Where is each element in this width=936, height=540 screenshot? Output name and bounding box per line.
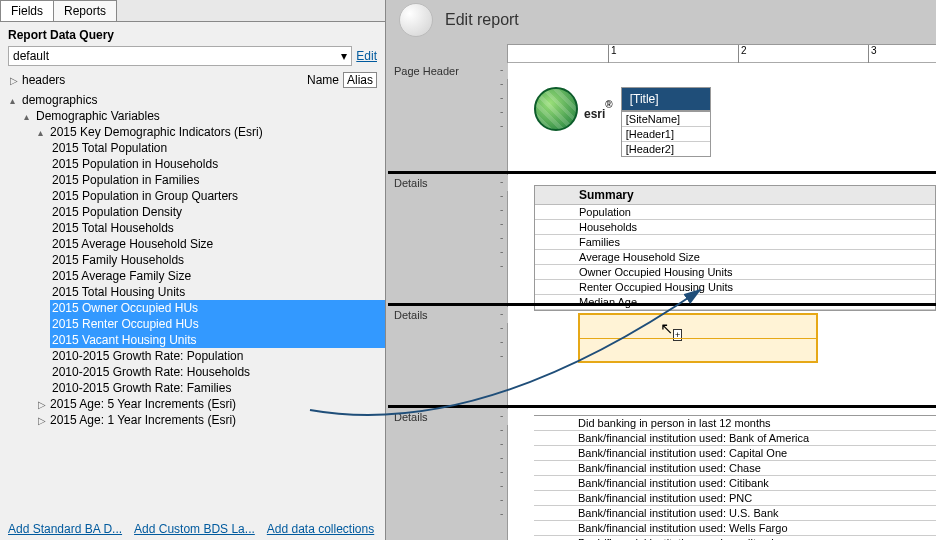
- report-title-field[interactable]: [Title]: [621, 87, 711, 111]
- add-data-collections-link[interactable]: Add data collections: [267, 522, 374, 536]
- vertical-ruler: -----: [500, 63, 508, 133]
- section-label-details: Details: [388, 307, 508, 323]
- footer-links: Add Standard BA D... Add Custom BDS La..…: [8, 522, 374, 536]
- query-label: Report Data Query: [0, 22, 385, 44]
- summary-row[interactable]: Average Household Size: [535, 250, 935, 265]
- field-drop-zone[interactable]: ↖+: [578, 313, 818, 363]
- summary-row[interactable]: Owner Occupied Housing Units: [535, 265, 935, 280]
- report-canvas[interactable]: 1 2 3 Page Header ----- esri® [Title] [S…: [507, 44, 936, 540]
- vertical-ruler: --------: [500, 409, 508, 521]
- indicator-list: 2015 Total Population 2015 Population in…: [36, 140, 385, 396]
- summary-row[interactable]: Renter Occupied Housing Units: [535, 280, 935, 295]
- bank-row[interactable]: Bank/financial institution used: Citiban…: [534, 476, 936, 491]
- tree-label: 2015 Age: 1 Year Increments (Esri): [50, 413, 236, 427]
- tree-leaf[interactable]: 2010-2015 Growth Rate: Population: [50, 348, 385, 364]
- report-canvas-panel: Edit report 1 2 3 Page Header ----- esri…: [387, 0, 936, 540]
- fields-panel: Fields Reports Report Data Query default…: [0, 0, 386, 540]
- summary-row[interactable]: Households: [535, 220, 935, 235]
- ruler-tick: 2: [738, 45, 747, 63]
- bank-row[interactable]: Bank/financial institution used: Chase: [534, 461, 936, 476]
- add-standard-ba-link[interactable]: Add Standard BA D...: [8, 522, 122, 536]
- horizontal-ruler: 1 2 3: [508, 45, 936, 63]
- section-label-details: Details: [388, 175, 508, 191]
- bank-row[interactable]: Did banking in person in last 12 months: [534, 416, 936, 431]
- tree-leaf[interactable]: 2010-2015 Growth Rate: Households: [50, 364, 385, 380]
- tree-key-indicators[interactable]: ▴2015 Key Demographic Indicators (Esri): [36, 124, 385, 140]
- chevron-down-icon: ▴: [10, 95, 22, 106]
- chevron-right-icon: ▷: [10, 75, 22, 86]
- report-meta-fields[interactable]: [SiteName] [Header1] [Header2]: [621, 111, 711, 157]
- tree-label: 2015 Age: 5 Year Increments (Esri): [50, 397, 236, 411]
- tree-leaf[interactable]: 2015 Population in Families: [50, 172, 385, 188]
- chevron-right-icon: ▷: [38, 399, 50, 410]
- title-bar: Edit report: [387, 0, 936, 40]
- globe-icon: [534, 87, 578, 131]
- tree-leaf[interactable]: 2015 Population in Group Quarters: [50, 188, 385, 204]
- ruler-tick: 1: [608, 45, 617, 63]
- vertical-ruler: -------: [500, 175, 508, 273]
- esri-logo[interactable]: esri®: [534, 87, 613, 131]
- bank-row[interactable]: Bank/financial institution used: Capital…: [534, 446, 936, 461]
- esri-logo-text: esri®: [584, 93, 613, 125]
- panel-tabs: Fields Reports: [0, 0, 385, 22]
- tree-label: Demographic Variables: [36, 109, 160, 123]
- section-divider: [388, 303, 936, 306]
- tree-leaf[interactable]: 2015 Average Household Size: [50, 236, 385, 252]
- alias-column-label[interactable]: Alias: [343, 72, 377, 88]
- bank-row[interactable]: Bank/financial institution used: U.S. Ba…: [534, 506, 936, 521]
- summary-row[interactable]: Families: [535, 235, 935, 250]
- section-divider: [388, 171, 936, 174]
- tree-demographics[interactable]: ▴demographics: [8, 92, 385, 108]
- summary-header: Summary: [535, 186, 935, 205]
- headers-label: headers: [22, 73, 65, 87]
- sitename-field[interactable]: [SiteName]: [622, 112, 710, 127]
- tree-leaf[interactable]: 2015 Total Housing Units: [50, 284, 385, 300]
- tree-leaf[interactable]: 2015 Population Density: [50, 204, 385, 220]
- bank-table[interactable]: Did banking in person in last 12 months …: [534, 415, 936, 540]
- section-label-page-header: Page Header: [388, 63, 508, 79]
- name-column-label: Name: [307, 73, 339, 87]
- chevron-down-icon: ▾: [341, 49, 347, 63]
- section-label-details: Details: [388, 409, 508, 425]
- page-title: Edit report: [445, 11, 519, 29]
- tree-leaf-selected[interactable]: 2015 Owner Occupied HUs: [50, 300, 385, 316]
- chevron-down-icon: ▴: [24, 111, 36, 122]
- header2-field[interactable]: [Header2]: [622, 142, 710, 156]
- header1-field[interactable]: [Header1]: [622, 127, 710, 142]
- tree-age-5yr[interactable]: ▷2015 Age: 5 Year Increments (Esri): [36, 396, 385, 412]
- bank-row[interactable]: Bank/financial institution used: Bank of…: [534, 431, 936, 446]
- cursor-drag-icon: ↖+: [660, 319, 682, 340]
- tree-leaf[interactable]: 2015 Average Family Size: [50, 268, 385, 284]
- bank-row[interactable]: Bank/financial institution used: credit …: [534, 536, 936, 540]
- chevron-down-icon: ▴: [38, 127, 50, 138]
- tree-label: demographics: [22, 93, 97, 107]
- vertical-ruler: ----: [500, 307, 508, 363]
- tree-demographic-variables[interactable]: ▴Demographic Variables: [22, 108, 385, 124]
- tree-leaf[interactable]: 2015 Total Households: [50, 220, 385, 236]
- summary-table[interactable]: Summary Population Households Families A…: [534, 185, 936, 311]
- tree-headers[interactable]: ▷headers: [8, 72, 67, 88]
- chevron-right-icon: ▷: [38, 415, 50, 426]
- section-divider: [388, 405, 936, 408]
- tree-leaf[interactable]: 2010-2015 Growth Rate: Families: [50, 380, 385, 396]
- tree-leaf-selected[interactable]: 2015 Renter Occupied HUs: [50, 316, 385, 332]
- query-select[interactable]: default ▾: [8, 46, 352, 66]
- tree-leaf[interactable]: 2015 Population in Households: [50, 156, 385, 172]
- tree-age-1yr[interactable]: ▷2015 Age: 1 Year Increments (Esri): [36, 412, 385, 428]
- tab-fields[interactable]: Fields: [0, 0, 54, 21]
- app-menu-button[interactable]: [399, 3, 433, 37]
- tree-leaf[interactable]: 2015 Family Households: [50, 252, 385, 268]
- add-custom-bds-link[interactable]: Add Custom BDS La...: [134, 522, 255, 536]
- bank-row[interactable]: Bank/financial institution used: PNC: [534, 491, 936, 506]
- tree-leaf-selected[interactable]: 2015 Vacant Housing Units: [50, 332, 385, 348]
- bank-row[interactable]: Bank/financial institution used: Wells F…: [534, 521, 936, 536]
- edit-query-link[interactable]: Edit: [356, 49, 377, 63]
- tree-leaf[interactable]: 2015 Total Population: [50, 140, 385, 156]
- tab-reports[interactable]: Reports: [53, 0, 117, 21]
- tree-label: 2015 Key Demographic Indicators (Esri): [50, 125, 263, 139]
- ruler-tick: 3: [868, 45, 877, 63]
- summary-row[interactable]: Population: [535, 205, 935, 220]
- query-selected-value: default: [13, 49, 49, 63]
